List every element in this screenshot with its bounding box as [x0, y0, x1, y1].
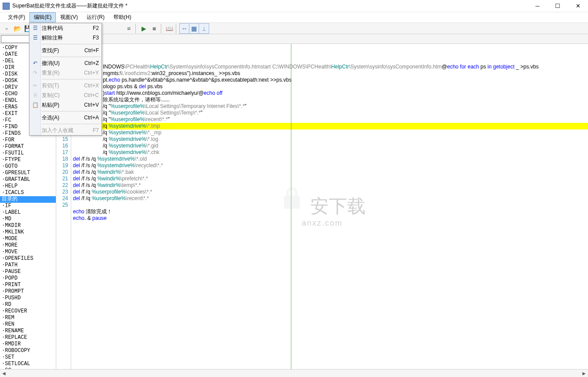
code-editor[interactable]: 1234567891011121314151617181920212223242…: [56, 44, 588, 369]
code-line[interactable]: del /f /q %userprofile%\recent\*.*: [71, 195, 588, 202]
sidebar-item[interactable]: ·REN: [0, 321, 56, 328]
toolbar-separator: [176, 24, 178, 33]
sidebar-item[interactable]: ·RMDIR: [0, 341, 56, 348]
grid-icon[interactable]: ▦: [189, 24, 199, 33]
code-line[interactable]: del /f /s /q %windir%\prefetch\*.*: [71, 176, 588, 182]
menu-run[interactable]: 运行(R): [82, 12, 109, 22]
code-line[interactable]: [71, 202, 588, 208]
sidebar-item[interactable]: ·MODE: [0, 236, 56, 242]
code-line[interactable]: del /f /s /q %windir%\temp\*.*: [71, 182, 588, 189]
code-line[interactable]: 除系统垃圾文件，请稍等......: [101, 97, 588, 103]
sidebar-item[interactable]: ·SET: [0, 354, 56, 361]
sidebar-item[interactable]: ·RENAME: [0, 328, 56, 334]
code-line[interactable]: /q "%userprofile%\Local Settings\Tempora…: [101, 103, 588, 110]
code-line[interactable]: )start http://www.cnblogs.com/michaelyu/…: [101, 90, 588, 97]
sidebar-item[interactable]: ·PAUSE: [0, 269, 56, 275]
print-margin-line: [291, 44, 291, 369]
code-line[interactable]: del /f /s /q %windir%\*.bak: [71, 169, 588, 176]
open-file-icon[interactable]: 📂: [12, 24, 22, 33]
new-file-icon[interactable]: ▫: [2, 24, 11, 33]
sidebar-item[interactable]: ·PRINT: [0, 282, 56, 288]
sidebar-item[interactable]: ·OPENFILES: [0, 255, 56, 262]
sidebar-item[interactable]: ·IF: [0, 203, 56, 209]
sidebar-item[interactable]: 目录的: [0, 196, 56, 203]
code-line[interactable]: [71, 222, 588, 228]
run-icon[interactable]: ▶: [139, 24, 149, 33]
code-line[interactable]: /q "%userprofile%\Local Settings\Temp\*.…: [101, 110, 588, 116]
menu-comment[interactable]: ☰注释代码F2: [29, 23, 102, 33]
sidebar-item[interactable]: ·MKDIR: [0, 223, 56, 229]
code-line[interactable]: /q "%userprofile%\recent\*.*": [101, 116, 588, 123]
close-button[interactable]: ✕: [568, 0, 588, 12]
menu-view[interactable]: 视图(V): [56, 12, 82, 22]
sidebar-item[interactable]: ·MOVE: [0, 249, 56, 255]
sidebar-item[interactable]: ·HELP: [0, 183, 56, 190]
sidebar-item[interactable]: ·POPD: [0, 275, 56, 282]
code-line[interactable]: pt.echo ps.handle^&vbtab^&ps.name^&vbtab…: [101, 77, 588, 83]
code-line[interactable]: del /f /s /q %systemdrive%\*.old: [71, 156, 588, 162]
menu-separator: [42, 44, 101, 44]
sidebar-item[interactable]: ·GRAFTABL: [0, 176, 56, 183]
maximize-button[interactable]: ☐: [548, 0, 568, 12]
code-line[interactable]: del /f /s /q %systemdrive%\recycled\*.*: [71, 162, 588, 169]
sidebar-item[interactable]: ·LABEL: [0, 209, 56, 216]
menu-help[interactable]: 帮助(H): [109, 12, 136, 22]
sidebar-item[interactable]: ·RD: [0, 302, 56, 308]
sidebar-item[interactable]: ·FTYPE: [0, 157, 56, 163]
code-area[interactable]: INDOWS\PCHealth\HelpCtr\System\sysinfo\s…: [71, 44, 588, 369]
code-line[interactable]: del /f /q %userprofile%\cookies\*.*: [71, 189, 588, 195]
menu-edit[interactable]: 编辑(E): [29, 12, 56, 22]
menu-copy[interactable]: ⎘复制(C)Ctrl+C: [29, 90, 102, 100]
sidebar-item[interactable]: ·SETLOCAL: [0, 361, 56, 367]
sidebar-item[interactable]: ·MORE: [0, 242, 56, 249]
menu-paste[interactable]: 📋粘贴(P)Ctrl+V: [29, 100, 102, 110]
sidebar-item[interactable]: ·PUSHD: [0, 295, 56, 302]
toolbar-separator: [135, 24, 137, 33]
menu-cut[interactable]: ✂剪切(T)Ctrl+X: [29, 81, 102, 90]
menu-bar: 文件(F) 编辑(E) 视图(V) 运行(R) 帮助(H): [0, 12, 588, 23]
code-line[interactable]: /q %systemdrive%\*.chk: [101, 149, 588, 156]
sidebar-item[interactable]: ·GPRESULT: [0, 170, 56, 176]
code-line[interactable]: INDOWS\PCHealth\HelpCtr\System\sysinfo\s…: [101, 64, 588, 70]
sidebar-item[interactable]: ·MD: [0, 216, 56, 223]
cut-icon: ✂: [32, 82, 39, 89]
sidebar-item[interactable]: ·FOR: [0, 137, 56, 144]
menu-file[interactable]: 文件(F): [4, 12, 29, 22]
menu-find[interactable]: 查找(F)Ctrl+F: [29, 46, 102, 55]
menu-add-favorite[interactable]: 加入个人收藏F7: [29, 126, 102, 135]
menu-redo[interactable]: ↷重复(R)Ctrl+Y: [29, 68, 102, 78]
sidebar-item[interactable]: ·FORMAT: [0, 144, 56, 150]
code-line[interactable]: /q %systemdrive%\*.log: [101, 136, 588, 143]
align-icon[interactable]: ≡: [124, 24, 134, 33]
stop-icon[interactable]: ■: [149, 24, 159, 33]
code-line[interactable]: /q %systemdrive%\*.tmp: [101, 123, 588, 129]
comment-icon: ☰: [32, 25, 39, 32]
code-line[interactable]: ologo ps.vbs & del ps.vbs: [101, 83, 588, 90]
scroll-right-icon[interactable]: ►: [580, 370, 588, 377]
sidebar-item[interactable]: ·PATH: [0, 262, 56, 269]
menu-undo[interactable]: ↶撤消(U)Ctrl+Z: [29, 58, 102, 68]
ruler-icon[interactable]: ⟂: [199, 24, 209, 33]
code-line[interactable]: echo 清除完成！: [71, 208, 588, 215]
sidebar-item[interactable]: ·FSUTIL: [0, 150, 56, 157]
sidebar-item[interactable]: ·RECOVER: [0, 308, 56, 315]
sidebar-item[interactable]: ·REM: [0, 315, 56, 321]
scroll-left-icon[interactable]: ◄: [0, 370, 8, 377]
title-bar: SuperBat批处理文件生成器——新建批处理文件 * ─ ☐ ✕: [0, 0, 588, 12]
code-line[interactable]: mgmts:\\.\root\cimv2:win32_process").ins…: [101, 70, 588, 77]
sidebar-item[interactable]: ·REPLACE: [0, 334, 56, 341]
sidebar-item[interactable]: ·GOTO: [0, 163, 56, 170]
menu-uncomment[interactable]: ☰解除注释F3: [29, 33, 102, 43]
sidebar-item[interactable]: ·MKLINK: [0, 229, 56, 236]
code-line[interactable]: /q %systemdrive%\*.gid: [101, 143, 588, 149]
sidebar-item[interactable]: ·PROMPT: [0, 288, 56, 295]
menu-select-all[interactable]: 全选(A)Ctrl+A: [29, 113, 102, 122]
copy-icon: ⎘: [32, 92, 39, 99]
sidebar-item[interactable]: ·ICACLS: [0, 190, 56, 196]
book-icon[interactable]: 📖: [164, 24, 174, 33]
wrap-icon[interactable]: ↔: [180, 24, 189, 33]
code-line[interactable]: echo. & pause: [71, 215, 588, 222]
sidebar-item[interactable]: ·ROBOCOPY: [0, 348, 56, 354]
code-line[interactable]: /q %systemdrive%\*._mp: [101, 129, 588, 136]
minimize-button[interactable]: ─: [527, 0, 548, 12]
